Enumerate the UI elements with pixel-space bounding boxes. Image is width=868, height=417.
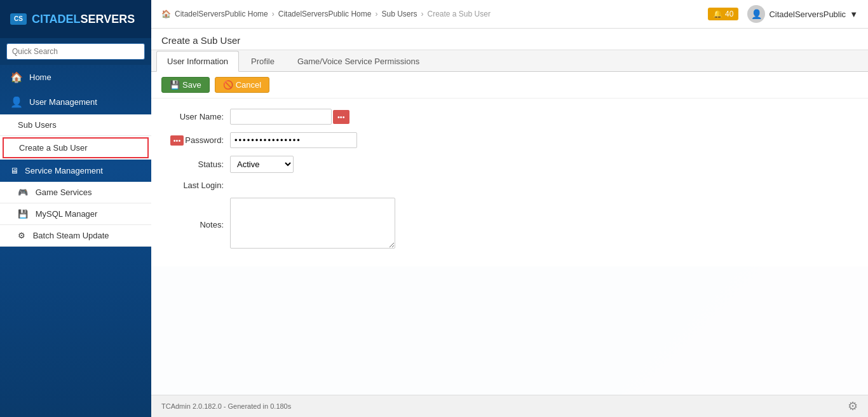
service-management-icon: 🖥 bbox=[10, 166, 18, 175]
password-input[interactable] bbox=[230, 132, 357, 148]
username-row: User Name: ••• bbox=[166, 109, 853, 125]
save-icon: 💾 bbox=[170, 80, 180, 90]
sidebar: CS CITADELSERVERS 🏠 Home 👤 User Manageme… bbox=[0, 0, 151, 417]
footer-version: TCAdmin 2.0.182.0 - Generated in 0.180s bbox=[161, 402, 291, 410]
password-reveal-btn[interactable]: ••• bbox=[170, 135, 184, 146]
logo-cs-text: CS bbox=[14, 16, 23, 22]
search-box bbox=[0, 38, 151, 65]
sidebar-item-create-sub-user[interactable]: Create a Sub User bbox=[3, 137, 149, 158]
mysql-icon: 💾 bbox=[18, 209, 28, 219]
sidebar-item-mysql-manager[interactable]: 💾 MySQL Manager bbox=[0, 203, 151, 225]
notifications-button[interactable]: 🔔 40 bbox=[708, 8, 738, 20]
username-wrapper: ••• bbox=[230, 109, 349, 125]
sidebar-logo: CS CITADELSERVERS bbox=[0, 0, 151, 38]
batch-steam-icon: ⚙ bbox=[18, 231, 25, 240]
service-management-submenu: 🎮 Game Services 💾 MySQL Manager ⚙ Batch … bbox=[0, 182, 151, 247]
sub-users-label: Sub Users bbox=[18, 120, 57, 130]
breadcrumb-link-2[interactable]: CitadelServersPublic Home bbox=[278, 10, 372, 18]
create-sub-user-label: Create a Sub User bbox=[19, 143, 88, 153]
tab-game-voice-label: Game/Voice Service Permissions bbox=[297, 57, 419, 66]
footer: TCAdmin 2.0.182.0 - Generated in 0.180s … bbox=[151, 395, 868, 417]
username-label: User Name: bbox=[166, 112, 224, 121]
logo-text: CITADELSERVERS bbox=[32, 13, 135, 26]
form-area: User Name: ••• •••Password: Status: bbox=[151, 99, 868, 266]
sidebar-user-management-label: User Management bbox=[29, 97, 97, 107]
content-inner: Create a Sub User User Information Profi… bbox=[151, 29, 868, 417]
cancel-icon: 🚫 bbox=[223, 80, 233, 90]
breadcrumb: 🏠 CitadelServersPublic Home › CitadelSer… bbox=[161, 10, 491, 18]
form-toolbar: 💾 Save 🚫 Cancel bbox=[151, 72, 868, 99]
notes-label: Notes: bbox=[166, 217, 224, 229]
breadcrumb-sep-3: › bbox=[421, 10, 424, 18]
game-services-label: Game Services bbox=[36, 188, 92, 197]
sidebar-item-service-management[interactable]: 🖥 Service Management bbox=[0, 160, 151, 182]
status-row: Status: Active Inactive bbox=[166, 156, 853, 173]
notification-count: 40 bbox=[725, 10, 733, 18]
breadcrumb-link-3[interactable]: Sub Users bbox=[381, 10, 417, 18]
cancel-label: Cancel bbox=[236, 80, 261, 90]
breadcrumb-current: Create a Sub User bbox=[428, 10, 491, 18]
breadcrumb-link-1[interactable]: CitadelServersPublic Home bbox=[175, 10, 268, 18]
sidebar-item-sub-users[interactable]: Sub Users bbox=[0, 114, 151, 136]
user-name: CitadelServersPublic bbox=[769, 10, 846, 19]
logo-cs: CS bbox=[10, 13, 27, 25]
notes-textarea[interactable] bbox=[230, 198, 395, 249]
tab-profile-label: Profile bbox=[251, 57, 275, 66]
topbar-right: 🔔 40 👤 CitadelServersPublic ▼ bbox=[708, 5, 858, 23]
password-label: •••Password: bbox=[166, 135, 224, 145]
bell-icon: 🔔 bbox=[713, 10, 722, 18]
sidebar-item-game-services[interactable]: 🎮 Game Services bbox=[0, 182, 151, 203]
tab-profile[interactable]: Profile bbox=[240, 51, 285, 72]
topbar: 🏠 CitadelServersPublic Home › CitadelSer… bbox=[151, 0, 868, 29]
user-management-submenu: Sub Users Create a Sub User bbox=[0, 114, 151, 160]
password-row: •••Password: bbox=[166, 132, 853, 148]
game-services-icon: 🎮 bbox=[18, 188, 28, 197]
user-avatar: 👤 bbox=[747, 5, 765, 23]
tab-game-voice[interactable]: Game/Voice Service Permissions bbox=[287, 51, 430, 72]
cancel-button[interactable]: 🚫 Cancel bbox=[215, 77, 269, 93]
footer-gear-icon: ⚙ bbox=[848, 399, 858, 413]
save-label: Save bbox=[182, 80, 201, 90]
status-label: Status: bbox=[166, 160, 224, 169]
user-profile-button[interactable]: 👤 CitadelServersPublic ▼ bbox=[747, 5, 858, 23]
sidebar-item-user-management[interactable]: 👤 User Management bbox=[0, 90, 151, 114]
batch-steam-label: Batch Steam Update bbox=[33, 231, 109, 240]
sidebar-item-batch-steam-update[interactable]: ⚙ Batch Steam Update bbox=[0, 225, 151, 247]
breadcrumb-sep-1: › bbox=[272, 10, 275, 18]
breadcrumb-sep-2: › bbox=[375, 10, 377, 18]
username-input[interactable] bbox=[230, 109, 332, 125]
page-title: Create a Sub User bbox=[161, 35, 240, 46]
main-content: 🏠 CitadelServersPublic Home › CitadelSer… bbox=[151, 0, 868, 417]
page-header: Create a Sub User bbox=[151, 29, 868, 50]
user-management-icon: 👤 bbox=[10, 96, 23, 108]
service-management-label: Service Management bbox=[25, 166, 103, 175]
tab-user-information[interactable]: User Information bbox=[156, 51, 239, 72]
last-login-label: Last Login: bbox=[166, 181, 224, 190]
sidebar-home-label: Home bbox=[29, 72, 51, 82]
sidebar-item-home[interactable]: 🏠 Home bbox=[0, 65, 151, 90]
status-select[interactable]: Active Inactive bbox=[230, 156, 294, 173]
dropdown-icon: ▼ bbox=[850, 10, 858, 19]
tabs-container: User Information Profile Game/Voice Serv… bbox=[151, 50, 868, 72]
home-icon: 🏠 bbox=[10, 71, 23, 83]
password-wrapper bbox=[230, 132, 357, 148]
username-addon-button[interactable]: ••• bbox=[333, 110, 349, 124]
page-content: Create a Sub User User Information Profi… bbox=[151, 29, 868, 417]
breadcrumb-home-icon: 🏠 bbox=[161, 10, 171, 18]
search-input[interactable] bbox=[6, 43, 145, 60]
notes-row: Notes: bbox=[166, 198, 853, 249]
save-button[interactable]: 💾 Save bbox=[161, 77, 210, 93]
mysql-manager-label: MySQL Manager bbox=[36, 209, 98, 219]
tab-user-information-label: User Information bbox=[167, 57, 228, 66]
last-login-row: Last Login: bbox=[166, 181, 853, 190]
